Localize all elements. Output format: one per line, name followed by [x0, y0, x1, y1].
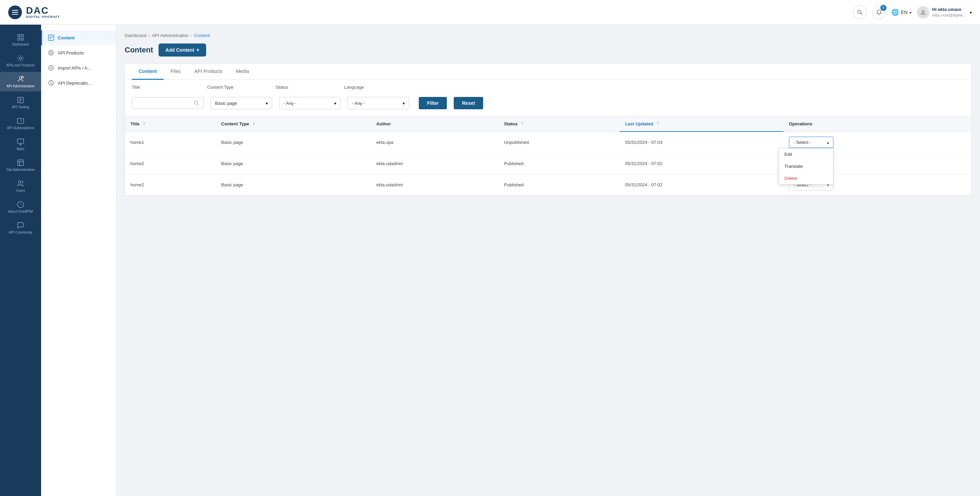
breadcrumb: Dashboard › API Administration › Content — [125, 33, 972, 38]
svg-rect-15 — [18, 160, 24, 166]
sidebar-item-apis-products[interactable]: APIs and Products — [0, 51, 41, 70]
sidebar-nav-api-deprecation[interactable]: API Deprecatio... — [41, 75, 116, 91]
sidebar-item-about-oneapim[interactable]: About OneAPIM — [0, 197, 41, 217]
language-selector[interactable]: 🌐 EN — [891, 8, 912, 16]
title-filter-input[interactable] — [136, 101, 194, 106]
col-title[interactable]: Title — [125, 116, 216, 132]
row-operations: - Select - Edit Translate Delete — [783, 132, 971, 153]
svg-rect-2 — [12, 14, 18, 15]
nav-about-label: About OneAPIM — [8, 210, 33, 214]
tab-files[interactable]: Files — [164, 64, 188, 80]
language-chevron-icon — [402, 100, 405, 106]
nav-api-admin-label: API Administration — [6, 84, 35, 88]
nav-dashboard-label: Dashboard — [12, 43, 29, 46]
col-author: Author — [371, 116, 499, 132]
sidebar-item-users[interactable]: Users — [0, 176, 41, 196]
content-card: Content Files API Products Media Title C… — [125, 63, 972, 196]
title-search-icon — [194, 100, 199, 106]
tab-api-products[interactable]: API Products — [187, 64, 229, 80]
row-last-updated: 05/31/2024 - 07:03 — [619, 132, 783, 153]
svg-rect-9 — [21, 38, 23, 40]
nav-community-label: API Community — [9, 231, 32, 234]
col-content-type[interactable]: Content Type — [216, 116, 371, 132]
nav-site-admin-label: Site Administration — [6, 168, 35, 172]
sidebar-item-api-subscriptions[interactable]: API Subscriptions — [0, 114, 41, 133]
svg-rect-1 — [12, 12, 18, 13]
language-value: - Any - — [352, 101, 365, 106]
sidebar-item-api-administration[interactable]: API Administration — [0, 72, 41, 91]
svg-line-24 — [197, 104, 199, 106]
table-row: home2 Basic page ekta.udadmin Published … — [125, 153, 971, 174]
status-filter-label: Status — [276, 85, 288, 90]
add-content-button[interactable]: Add Content + — [159, 43, 206, 56]
sidebar-item-dashboard[interactable]: Dashboard — [0, 30, 41, 49]
hamburger-menu[interactable] — [8, 5, 22, 19]
svg-point-5 — [922, 10, 924, 13]
col-operations: Operations — [783, 116, 971, 132]
dropdown-edit[interactable]: Edit — [779, 148, 833, 160]
search-button[interactable] — [853, 5, 867, 19]
last-updated-sort-icon — [656, 121, 660, 125]
left-nav: Dashboard APIs and Products API Administ… — [0, 25, 41, 496]
dropdown-delete[interactable]: Delete — [779, 172, 833, 184]
header-right: 0 🌐 EN Hi ekta umare ekta.u+pa@digital..… — [853, 5, 972, 19]
breadcrumb-content: Content — [194, 33, 210, 38]
table-row: home2 Basic page ekta.udadmin Published … — [125, 174, 971, 195]
nav-apis-label: APIs and Products — [6, 63, 35, 67]
sidebar-nav-content[interactable]: Content — [41, 30, 116, 45]
svg-rect-6 — [18, 35, 20, 37]
logo-dac-text: DAC — [26, 6, 60, 15]
breadcrumb-sep-1: › — [149, 33, 150, 38]
user-info: Hi ekta umare ekta.u+pa@digital... — [932, 7, 966, 18]
sidebar-nav-api-products[interactable]: API Products — [41, 45, 116, 60]
tab-content[interactable]: Content — [132, 64, 164, 80]
svg-rect-7 — [21, 35, 23, 37]
row-title: home1 — [125, 132, 216, 153]
dropdown-translate[interactable]: Translate — [779, 160, 833, 172]
col-last-updated[interactable]: Last Updated — [619, 116, 783, 132]
api-deprecation-icon — [48, 80, 54, 86]
sidebar-item-api-community[interactable]: API Community — [0, 218, 41, 238]
nav-api-testing-label: API Testing — [12, 105, 29, 109]
col-status[interactable]: Status — [499, 116, 619, 132]
breadcrumb-dashboard[interactable]: Dashboard — [125, 33, 146, 38]
row-title: home2 — [125, 153, 216, 174]
notifications-button[interactable]: 0 — [872, 5, 886, 19]
sidebar-item-api-testing[interactable]: API Testing — [0, 93, 41, 112]
content-table-wrap: Title Content Type — [125, 116, 971, 195]
page-header: Content Add Content + — [125, 43, 972, 56]
svg-point-16 — [19, 181, 21, 183]
breadcrumb-api-admin[interactable]: API Administration — [152, 33, 188, 38]
add-content-label: Add Content — [165, 47, 194, 53]
import-apis-icon — [48, 64, 54, 71]
sidebar-item-site-administration[interactable]: Site Administration — [0, 156, 41, 175]
filter-button[interactable]: Filter — [419, 97, 447, 109]
row-last-updated: 05/31/2024 - 07:02 — [619, 153, 783, 174]
title-filter-label: Title — [132, 85, 140, 90]
sidebar-item-apps[interactable]: Apps — [0, 135, 41, 154]
sidebar-import-apis-label: Import APIs / A... — [58, 65, 91, 70]
tabs-bar: Content Files API Products Media — [125, 64, 971, 80]
sidebar-nav-import-apis[interactable]: Import APIs / A... — [41, 60, 116, 75]
svg-rect-8 — [18, 38, 20, 40]
operations-select-btn[interactable]: - Select - — [789, 137, 834, 148]
sidebar-content-label: Content — [58, 35, 75, 40]
filter-row: Basic page - Any - - Any - Filter Reset — [125, 90, 971, 116]
table-body: home1 Basic page ekta.upa Unpublished 05… — [125, 132, 971, 195]
content-icon — [48, 34, 54, 41]
user-menu[interactable]: Hi ekta umare ekta.u+pa@digital... — [917, 6, 972, 19]
title-filter-wrap — [132, 97, 204, 109]
content-type-filter-select[interactable]: Basic page — [211, 97, 272, 109]
operations-dropdown-menu: Edit Translate Delete — [779, 148, 834, 185]
row-status: Unpublished — [499, 132, 619, 153]
api-products-icon — [48, 49, 54, 56]
breadcrumb-sep-2: › — [190, 33, 192, 38]
row-status: Published — [499, 174, 619, 195]
language-filter-select[interactable]: - Any - — [348, 97, 409, 109]
reset-button[interactable]: Reset — [454, 97, 483, 109]
nav-users-label: Users — [16, 189, 25, 193]
svg-rect-14 — [18, 139, 24, 144]
row-title: home2 — [125, 174, 216, 195]
tab-media[interactable]: Media — [229, 64, 256, 80]
status-filter-select[interactable]: - Any - — [279, 97, 341, 109]
